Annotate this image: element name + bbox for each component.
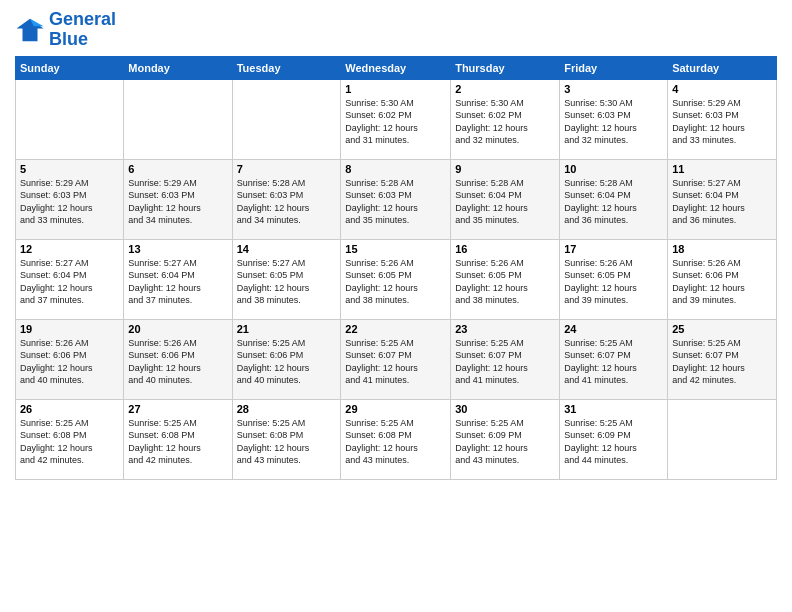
calendar-week-row: 1Sunrise: 5:30 AM Sunset: 6:02 PM Daylig… [16,79,777,159]
weekday-header-row: SundayMondayTuesdayWednesdayThursdayFrid… [16,56,777,79]
calendar-cell: 15Sunrise: 5:26 AM Sunset: 6:05 PM Dayli… [341,239,451,319]
day-number: 13 [128,243,227,255]
day-info: Sunrise: 5:25 AM Sunset: 6:07 PM Dayligh… [345,337,446,387]
calendar-cell: 5Sunrise: 5:29 AM Sunset: 6:03 PM Daylig… [16,159,124,239]
calendar-cell: 10Sunrise: 5:28 AM Sunset: 6:04 PM Dayli… [560,159,668,239]
day-info: Sunrise: 5:25 AM Sunset: 6:08 PM Dayligh… [345,417,446,467]
calendar-cell: 6Sunrise: 5:29 AM Sunset: 6:03 PM Daylig… [124,159,232,239]
svg-marker-0 [17,19,44,42]
day-info: Sunrise: 5:27 AM Sunset: 6:04 PM Dayligh… [128,257,227,307]
calendar-cell: 7Sunrise: 5:28 AM Sunset: 6:03 PM Daylig… [232,159,341,239]
calendar-cell: 23Sunrise: 5:25 AM Sunset: 6:07 PM Dayli… [451,319,560,399]
day-info: Sunrise: 5:25 AM Sunset: 6:07 PM Dayligh… [455,337,555,387]
day-info: Sunrise: 5:27 AM Sunset: 6:05 PM Dayligh… [237,257,337,307]
calendar-cell: 16Sunrise: 5:26 AM Sunset: 6:05 PM Dayli… [451,239,560,319]
calendar-cell: 12Sunrise: 5:27 AM Sunset: 6:04 PM Dayli… [16,239,124,319]
day-info: Sunrise: 5:28 AM Sunset: 6:03 PM Dayligh… [345,177,446,227]
calendar-cell: 31Sunrise: 5:25 AM Sunset: 6:09 PM Dayli… [560,399,668,479]
day-info: Sunrise: 5:25 AM Sunset: 6:08 PM Dayligh… [20,417,119,467]
weekday-header-cell: Monday [124,56,232,79]
day-number: 28 [237,403,337,415]
calendar-cell: 17Sunrise: 5:26 AM Sunset: 6:05 PM Dayli… [560,239,668,319]
calendar-cell: 18Sunrise: 5:26 AM Sunset: 6:06 PM Dayli… [668,239,777,319]
weekday-header-cell: Friday [560,56,668,79]
calendar-table: SundayMondayTuesdayWednesdayThursdayFrid… [15,56,777,480]
calendar-cell: 20Sunrise: 5:26 AM Sunset: 6:06 PM Dayli… [124,319,232,399]
calendar-week-row: 26Sunrise: 5:25 AM Sunset: 6:08 PM Dayli… [16,399,777,479]
day-info: Sunrise: 5:30 AM Sunset: 6:02 PM Dayligh… [455,97,555,147]
day-info: Sunrise: 5:25 AM Sunset: 6:07 PM Dayligh… [672,337,772,387]
day-number: 27 [128,403,227,415]
calendar-cell: 8Sunrise: 5:28 AM Sunset: 6:03 PM Daylig… [341,159,451,239]
day-number: 5 [20,163,119,175]
weekday-header-cell: Saturday [668,56,777,79]
day-number: 24 [564,323,663,335]
page-header: General Blue [15,10,777,50]
logo: General Blue [15,10,116,50]
calendar-cell: 4Sunrise: 5:29 AM Sunset: 6:03 PM Daylig… [668,79,777,159]
day-info: Sunrise: 5:26 AM Sunset: 6:06 PM Dayligh… [672,257,772,307]
day-number: 22 [345,323,446,335]
day-number: 16 [455,243,555,255]
calendar-cell: 25Sunrise: 5:25 AM Sunset: 6:07 PM Dayli… [668,319,777,399]
weekday-header-cell: Sunday [16,56,124,79]
day-number: 4 [672,83,772,95]
calendar-cell [668,399,777,479]
calendar-body: 1Sunrise: 5:30 AM Sunset: 6:02 PM Daylig… [16,79,777,479]
day-number: 26 [20,403,119,415]
day-number: 25 [672,323,772,335]
weekday-header-cell: Tuesday [232,56,341,79]
day-info: Sunrise: 5:25 AM Sunset: 6:08 PM Dayligh… [237,417,337,467]
calendar-week-row: 5Sunrise: 5:29 AM Sunset: 6:03 PM Daylig… [16,159,777,239]
calendar-cell [232,79,341,159]
calendar-cell: 1Sunrise: 5:30 AM Sunset: 6:02 PM Daylig… [341,79,451,159]
day-number: 11 [672,163,772,175]
calendar-cell: 24Sunrise: 5:25 AM Sunset: 6:07 PM Dayli… [560,319,668,399]
calendar-cell: 2Sunrise: 5:30 AM Sunset: 6:02 PM Daylig… [451,79,560,159]
day-number: 12 [20,243,119,255]
day-number: 31 [564,403,663,415]
day-number: 30 [455,403,555,415]
day-info: Sunrise: 5:26 AM Sunset: 6:05 PM Dayligh… [455,257,555,307]
day-number: 14 [237,243,337,255]
day-info: Sunrise: 5:30 AM Sunset: 6:03 PM Dayligh… [564,97,663,147]
day-number: 29 [345,403,446,415]
day-info: Sunrise: 5:30 AM Sunset: 6:02 PM Dayligh… [345,97,446,147]
day-number: 6 [128,163,227,175]
weekday-header-cell: Wednesday [341,56,451,79]
weekday-header-cell: Thursday [451,56,560,79]
day-info: Sunrise: 5:27 AM Sunset: 6:04 PM Dayligh… [20,257,119,307]
calendar-cell: 19Sunrise: 5:26 AM Sunset: 6:06 PM Dayli… [16,319,124,399]
calendar-cell: 30Sunrise: 5:25 AM Sunset: 6:09 PM Dayli… [451,399,560,479]
day-info: Sunrise: 5:26 AM Sunset: 6:06 PM Dayligh… [20,337,119,387]
calendar-cell: 27Sunrise: 5:25 AM Sunset: 6:08 PM Dayli… [124,399,232,479]
day-info: Sunrise: 5:25 AM Sunset: 6:09 PM Dayligh… [564,417,663,467]
calendar-cell: 26Sunrise: 5:25 AM Sunset: 6:08 PM Dayli… [16,399,124,479]
day-info: Sunrise: 5:26 AM Sunset: 6:05 PM Dayligh… [564,257,663,307]
day-number: 1 [345,83,446,95]
calendar-cell [124,79,232,159]
calendar-cell: 29Sunrise: 5:25 AM Sunset: 6:08 PM Dayli… [341,399,451,479]
calendar-cell: 9Sunrise: 5:28 AM Sunset: 6:04 PM Daylig… [451,159,560,239]
day-info: Sunrise: 5:27 AM Sunset: 6:04 PM Dayligh… [672,177,772,227]
day-info: Sunrise: 5:25 AM Sunset: 6:07 PM Dayligh… [564,337,663,387]
day-number: 20 [128,323,227,335]
calendar-cell: 22Sunrise: 5:25 AM Sunset: 6:07 PM Dayli… [341,319,451,399]
day-info: Sunrise: 5:29 AM Sunset: 6:03 PM Dayligh… [672,97,772,147]
day-info: Sunrise: 5:26 AM Sunset: 6:06 PM Dayligh… [128,337,227,387]
calendar-cell: 28Sunrise: 5:25 AM Sunset: 6:08 PM Dayli… [232,399,341,479]
day-info: Sunrise: 5:29 AM Sunset: 6:03 PM Dayligh… [128,177,227,227]
calendar-cell: 21Sunrise: 5:25 AM Sunset: 6:06 PM Dayli… [232,319,341,399]
day-number: 18 [672,243,772,255]
calendar-cell [16,79,124,159]
day-info: Sunrise: 5:29 AM Sunset: 6:03 PM Dayligh… [20,177,119,227]
calendar-week-row: 12Sunrise: 5:27 AM Sunset: 6:04 PM Dayli… [16,239,777,319]
day-number: 15 [345,243,446,255]
day-number: 10 [564,163,663,175]
day-number: 3 [564,83,663,95]
day-info: Sunrise: 5:26 AM Sunset: 6:05 PM Dayligh… [345,257,446,307]
day-info: Sunrise: 5:25 AM Sunset: 6:09 PM Dayligh… [455,417,555,467]
logo-icon [15,15,45,45]
day-info: Sunrise: 5:28 AM Sunset: 6:04 PM Dayligh… [455,177,555,227]
calendar-week-row: 19Sunrise: 5:26 AM Sunset: 6:06 PM Dayli… [16,319,777,399]
